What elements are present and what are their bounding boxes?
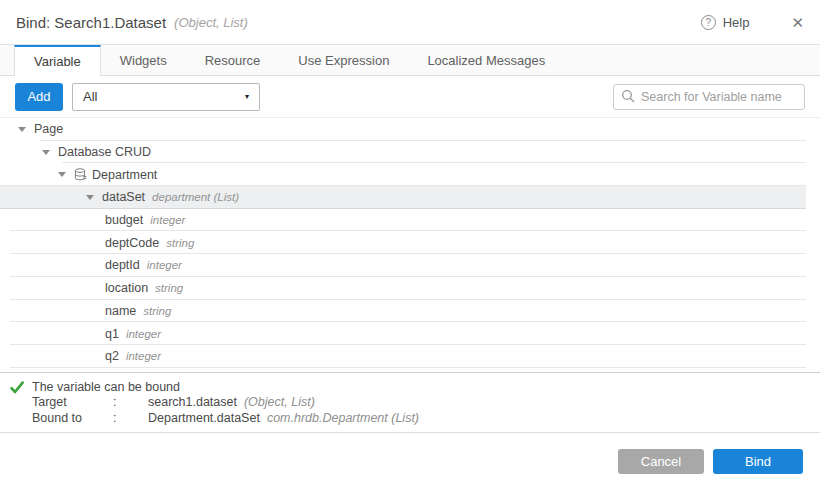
success-check-icon <box>10 380 32 394</box>
variable-toolbar: Add All ▾ <box>0 76 820 118</box>
tree-node-label: q1 <box>105 327 119 341</box>
tree-row-page[interactable]: Page <box>0 118 806 141</box>
status-target-key: Target <box>32 395 113 411</box>
tree-row-q2[interactable]: q2integer <box>0 345 806 368</box>
status-message: The variable can be bound <box>32 380 180 396</box>
variable-tree: PageDatabase CRUDDepartmentdataSetdepart… <box>0 118 806 368</box>
tree-row-location[interactable]: locationstring <box>0 277 806 300</box>
help-icon: ? <box>701 15 716 30</box>
status-boundto-value: Department.dataSet <box>148 411 260 427</box>
binding-status-panel: The variable can be bound Target : searc… <box>0 372 820 432</box>
tree-node-type: integer <box>126 350 161 362</box>
tree-node-label: Database CRUD <box>58 145 151 159</box>
status-target-note: (Object, List) <box>244 395 315 411</box>
tab-bar: Variable Widgets Resource Use Expression… <box>0 44 820 76</box>
status-target-value: search1.dataset <box>148 395 237 411</box>
search-icon <box>621 89 635 103</box>
tree-row-name[interactable]: namestring <box>0 300 806 323</box>
tab-widgets[interactable]: Widgets <box>101 45 186 75</box>
tree-node-type: integer <box>126 328 161 340</box>
tree-node-type: string <box>166 237 194 249</box>
dropdown-caret-icon: ▾ <box>245 92 249 101</box>
tree-node-label: budget <box>105 213 143 227</box>
status-boundto-row: Bound to : Department.dataSet com.hrdb.D… <box>10 411 820 427</box>
variable-filter-dropdown[interactable]: All ▾ <box>72 83 260 111</box>
bind-button[interactable]: Bind <box>713 449 803 474</box>
dialog-title: Bind: Search1.Dataset <box>16 14 166 31</box>
database-icon <box>74 168 87 181</box>
tree-node-label: Department <box>92 168 157 182</box>
caret-down-icon[interactable] <box>42 150 50 155</box>
variable-search-input[interactable] <box>613 84 805 110</box>
help-label: Help <box>723 15 750 30</box>
status-boundto-note: com.hrdb.Department (List) <box>267 411 419 427</box>
tree-row-budget[interactable]: budgetinteger <box>0 209 806 232</box>
tree-node-label: deptId <box>105 258 140 272</box>
tree-row-department[interactable]: Department <box>0 163 806 186</box>
caret-down-icon[interactable] <box>58 172 66 177</box>
tab-use-expression[interactable]: Use Expression <box>279 45 408 75</box>
close-icon[interactable]: ✕ <box>791 15 804 30</box>
tree-node-type: string <box>155 282 183 294</box>
dialog-header: Bind: Search1.Dataset (Object, List) ? H… <box>0 0 820 44</box>
tree-node-label: name <box>105 304 136 318</box>
status-target-row: Target : search1.dataset (Object, List) <box>10 395 820 411</box>
cancel-button[interactable]: Cancel <box>618 449 704 474</box>
caret-down-icon[interactable] <box>18 127 26 132</box>
tree-node-type: department (List) <box>152 191 239 203</box>
status-boundto-key: Bound to <box>32 411 113 427</box>
tree-row-deptid[interactable]: deptIdinteger <box>0 254 806 277</box>
tree-row-database-crud[interactable]: Database CRUD <box>0 141 806 164</box>
help-button[interactable]: ? Help <box>701 15 750 30</box>
add-variable-button[interactable]: Add <box>15 83 63 111</box>
tree-row-dataset[interactable]: dataSetdepartment (List) <box>0 186 806 209</box>
tree-node-label: dataSet <box>102 190 145 204</box>
status-colon: : <box>113 395 148 411</box>
tab-localized-messages[interactable]: Localized Messages <box>408 45 564 75</box>
tab-variable[interactable]: Variable <box>14 45 101 76</box>
tree-node-label: deptCode <box>105 236 159 250</box>
status-colon: : <box>113 411 148 427</box>
tree-node-type: string <box>143 305 171 317</box>
dialog-title-type: (Object, List) <box>174 15 248 30</box>
tree-node-type: integer <box>147 259 182 271</box>
tree-row-q1[interactable]: q1integer <box>0 322 806 345</box>
tree-node-label: q2 <box>105 349 119 363</box>
tree-node-type: integer <box>150 214 185 226</box>
caret-down-icon[interactable] <box>86 195 94 200</box>
tree-node-label: location <box>105 281 148 295</box>
tree-row-deptcode[interactable]: deptCodestring <box>0 231 806 254</box>
variable-filter-value: All <box>83 89 97 104</box>
dialog-footer: Cancel Bind <box>0 432 820 489</box>
tree-node-label: Page <box>34 122 63 136</box>
tab-resource[interactable]: Resource <box>186 45 280 75</box>
